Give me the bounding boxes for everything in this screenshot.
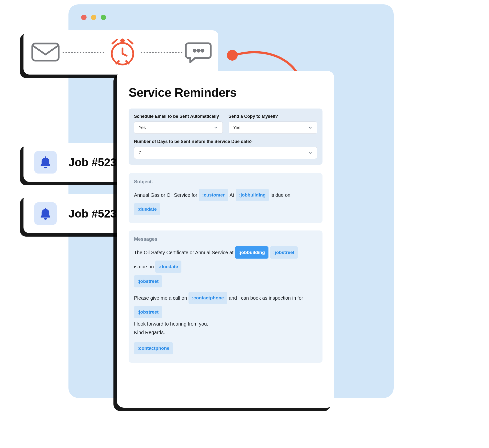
days-before-value: 7: [139, 150, 141, 155]
chevron-down-icon: [214, 125, 218, 130]
message-text: and I can book as inspection: [229, 293, 291, 303]
subject-text: is due on: [270, 190, 290, 200]
messages-label: Messages: [134, 236, 317, 242]
mail-icon: [31, 41, 60, 64]
days-before-label: Number of Days to be Sent Before the Ser…: [134, 139, 317, 144]
chevron-down-icon: [308, 125, 312, 130]
token-customer[interactable]: :customer: [199, 189, 228, 201]
schedule-email-label: Schedule Email to be Sent Automatically: [134, 114, 223, 119]
subject-text: At: [230, 190, 234, 200]
messages-block: Messages The Oil Safety Certificate or A…: [129, 230, 322, 363]
chevron-down-icon: [308, 151, 312, 155]
svg-rect-0: [32, 44, 59, 61]
subject-text: Annual Gas or Oil Service for: [134, 190, 197, 200]
token-duedate[interactable]: :duedate: [155, 261, 181, 273]
message-line[interactable]: :contactphone: [134, 342, 317, 354]
reminder-settings-block: Schedule Email to be Sent Automatically …: [129, 109, 322, 165]
subject-block: Subject: Annual Gas or Oil Service for :…: [129, 173, 322, 223]
subject-line[interactable]: Annual Gas or Oil Service for :customer …: [134, 189, 317, 215]
schedule-email-select[interactable]: Yes: [134, 121, 223, 134]
job-title: Job #5232: [68, 207, 123, 220]
token-jobstreet[interactable]: :jobstreet: [134, 275, 162, 287]
workflow-card: [23, 30, 218, 75]
message-line[interactable]: The Oil Safety Certificate or Annual Ser…: [134, 246, 317, 273]
token-jobstreet[interactable]: :jobstreet: [270, 246, 298, 259]
notification-bell-icon: [34, 202, 57, 225]
notification-bell-icon: [34, 151, 57, 174]
service-reminders-panel: Service Reminders Schedule Email to be S…: [117, 71, 334, 408]
token-contactphone[interactable]: :contactphone: [134, 342, 173, 354]
connector-dots: [63, 52, 104, 53]
days-before-select[interactable]: 7: [134, 147, 317, 159]
message-text: in for: [292, 293, 303, 303]
token-jobbuilding[interactable]: :jobbuilding: [235, 246, 268, 259]
svg-point-4: [198, 49, 200, 52]
job-title: Job #5231: [68, 156, 123, 169]
close-window-dot[interactable]: [81, 15, 87, 20]
message-text: I look forward to hearing from you.: [134, 321, 317, 327]
chat-bubble-icon: [185, 40, 212, 65]
maximize-window-dot[interactable]: [101, 15, 106, 20]
token-jobbuilding[interactable]: :jobbuilding: [236, 189, 269, 201]
svg-point-3: [194, 49, 196, 52]
message-line[interactable]: Please give me a call on :contactphone a…: [134, 292, 317, 318]
send-copy-value: Yes: [233, 125, 240, 130]
panel-title: Service Reminders: [129, 86, 322, 100]
send-copy-select[interactable]: Yes: [229, 121, 317, 134]
message-text: Please give me a call on: [134, 293, 187, 303]
subject-label: Subject:: [134, 179, 317, 185]
token-contactphone[interactable]: :contactphone: [189, 292, 227, 304]
message-line[interactable]: :jobstreet: [134, 275, 317, 287]
send-copy-label: Send a Copy to Myself?: [229, 114, 317, 119]
alarm-clock-icon: [107, 36, 138, 69]
message-text: The Oil Safety Certificate or Annual Ser…: [134, 248, 233, 257]
minimize-window-dot[interactable]: [91, 15, 96, 20]
message-text: Kind Regards.: [134, 330, 317, 335]
schedule-email-value: Yes: [139, 125, 146, 130]
svg-point-5: [201, 49, 204, 52]
token-jobstreet[interactable]: :jobstreet: [134, 306, 162, 318]
token-duedate[interactable]: :duedate: [134, 203, 160, 215]
connector-dots: [141, 52, 182, 53]
window-traffic-lights: [81, 15, 106, 20]
message-text: is due on: [134, 262, 154, 272]
